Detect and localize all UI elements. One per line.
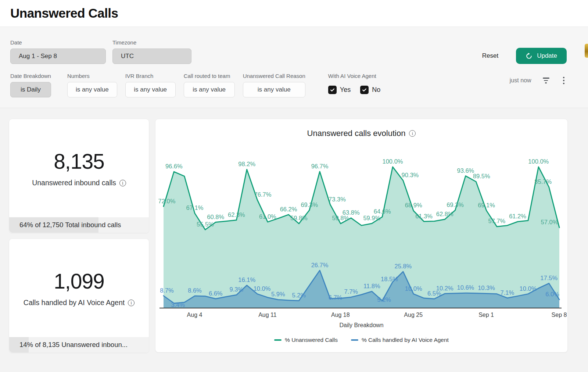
- data-label: 5.2%: [377, 296, 391, 303]
- legend-item[interactable]: % Unanswered Calls: [274, 337, 338, 343]
- x-axis-title: Daily Breakdown: [155, 322, 567, 329]
- data-label: 90.3%: [401, 172, 419, 178]
- filter-list-icon[interactable]: [541, 76, 551, 85]
- timezone-value: UTC: [121, 53, 134, 60]
- date-range-input[interactable]: Aug 1 - Sep 8: [10, 49, 106, 64]
- pill-value: is Daily: [21, 86, 41, 93]
- legend-swatch-icon: [274, 339, 282, 341]
- dashboard-status-actions: just now: [510, 73, 567, 88]
- timezone-input[interactable]: UTC: [112, 49, 191, 64]
- unanswered-reason-pill[interactable]: is any value: [243, 82, 305, 97]
- data-label: 6.7%: [328, 294, 342, 301]
- filter-label: Call routed to team: [184, 73, 235, 79]
- date-filter-label: Date: [10, 39, 112, 46]
- voice-agent-options: Yes No: [328, 82, 380, 97]
- kpi-card-unanswered: 8,135 Unanswered inbound calls i 64% of …: [9, 119, 149, 233]
- chart-legend: % Unanswered Calls% Calls handled by AI …: [155, 337, 567, 343]
- x-tick-label: Aug 25: [404, 312, 423, 318]
- filter-group-ivr-branch: IVR Branch is any value: [125, 73, 176, 97]
- data-label: 61.3%: [415, 213, 433, 219]
- data-label: 59.8%: [290, 215, 308, 221]
- data-label: 76.7%: [254, 191, 271, 198]
- pill-value: is any value: [193, 86, 226, 93]
- data-label: 17.5%: [540, 275, 557, 281]
- pill-value: is any value: [76, 86, 109, 93]
- data-label: 69.1%: [478, 202, 495, 208]
- data-label: 69.3%: [301, 201, 318, 208]
- data-label: 66.2%: [280, 206, 297, 212]
- info-icon[interactable]: i: [409, 130, 416, 137]
- call-routed-pill[interactable]: is any value: [184, 82, 235, 97]
- chart-card: Unanswered calls evolution i 72.0%96.6%6…: [155, 119, 568, 353]
- x-tick-label: Sep 1: [478, 312, 494, 318]
- voice-agent-no-checkbox[interactable]: No: [360, 86, 380, 94]
- filter-label: IVR Branch: [125, 73, 176, 79]
- data-label: 62.3%: [228, 211, 245, 218]
- data-label: 5.2%: [292, 292, 306, 298]
- data-label: 8.7%: [160, 287, 174, 294]
- timezone-filter-label: Timezone: [112, 39, 191, 46]
- data-label: 57.7%: [488, 218, 505, 224]
- data-label: 85.7%: [534, 178, 552, 185]
- kpi-footer-text: 64% of 12,750 Total inbound calls: [9, 217, 149, 233]
- data-label: 6.6%: [208, 290, 222, 297]
- data-label: 10.0%: [253, 285, 270, 292]
- kpi-value: 1,099: [54, 269, 104, 293]
- kpi-footer: 64% of 12,750 Total inbound calls: [9, 217, 149, 233]
- data-label: 96.6%: [165, 163, 182, 169]
- data-label: 68.9%: [405, 202, 422, 208]
- data-label: 60.8%: [207, 214, 224, 220]
- voice-agent-yes-checkbox[interactable]: Yes: [328, 86, 351, 94]
- data-label: 26.7%: [311, 262, 328, 268]
- data-label: 72.0%: [158, 198, 175, 204]
- kpi-body: 1,099 Calls handled by AI Voice Agent i: [9, 239, 149, 337]
- x-tick-label: Sep 8: [552, 312, 567, 318]
- filter-row-1: Date Aug 1 - Sep 8 Timezone UTC Reset Up…: [10, 39, 567, 64]
- data-label: 73.3%: [329, 196, 346, 203]
- kpi-label: Calls handled by AI Voice Agent: [24, 298, 125, 307]
- data-label: 69.3%: [447, 201, 464, 208]
- x-tick-label: Aug 18: [331, 312, 350, 318]
- area-chart: 72.0%96.6%67.1%55.5%60.8%62.3%98.2%76.7%…: [156, 154, 567, 310]
- kpi-column: 8,135 Unanswered inbound calls i 64% of …: [9, 119, 149, 353]
- legend-label: % Unanswered Calls: [285, 337, 338, 343]
- last-updated-status: just now: [510, 77, 531, 84]
- kpi-label-row: Calls handled by AI Voice Agent i: [24, 298, 135, 307]
- pill-value: is any value: [258, 86, 291, 93]
- data-label: 25.8%: [394, 263, 412, 269]
- legend-item[interactable]: % Calls handled by AI Voice Agent: [351, 337, 449, 343]
- data-label: 7.7%: [344, 288, 358, 295]
- checkbox-checked-icon: [328, 86, 337, 94]
- numbers-pill[interactable]: is any value: [67, 82, 117, 97]
- x-tick-label: Aug 4: [187, 312, 202, 318]
- filter-group-call-routed: Call routed to team is any value: [184, 73, 235, 97]
- data-label: 10.2%: [436, 285, 453, 291]
- filter-label: With AI Voice Agent: [328, 73, 380, 79]
- data-label: 61.0%: [259, 213, 276, 220]
- data-label: 100.0%: [528, 158, 549, 165]
- filter-bar: Date Aug 1 - Sep 8 Timezone UTC Reset Up…: [0, 27, 588, 108]
- date-breakdown-pill[interactable]: is Daily: [10, 82, 51, 97]
- data-label: 5.9%: [271, 291, 285, 297]
- data-label: 7.1%: [500, 289, 514, 296]
- data-label: 93.6%: [457, 167, 474, 174]
- update-button[interactable]: Update: [516, 48, 567, 64]
- data-label: 10.6%: [457, 284, 474, 291]
- info-icon[interactable]: i: [128, 300, 135, 306]
- page-header: Unanswered Calls: [0, 0, 588, 27]
- data-label: 98.2%: [238, 161, 255, 167]
- ivr-branch-pill[interactable]: is any value: [125, 82, 176, 97]
- filter-group-numbers: Numbers is any value: [67, 73, 117, 97]
- timezone-filter-group: Timezone UTC: [112, 39, 191, 64]
- data-label: 89.5%: [473, 173, 490, 179]
- info-icon[interactable]: i: [119, 180, 126, 186]
- kebab-menu-icon[interactable]: [561, 75, 567, 86]
- page-title: Unanswered Calls: [10, 6, 118, 21]
- data-label: 59.8%: [332, 215, 349, 221]
- data-label: 8.6%: [188, 287, 202, 294]
- data-label: 11.8%: [363, 283, 380, 289]
- reset-button[interactable]: Reset: [482, 52, 498, 60]
- data-label: 59.9%: [363, 215, 380, 221]
- kpi-body: 8,135 Unanswered inbound calls i: [9, 119, 149, 217]
- data-label: 10.0%: [519, 285, 537, 292]
